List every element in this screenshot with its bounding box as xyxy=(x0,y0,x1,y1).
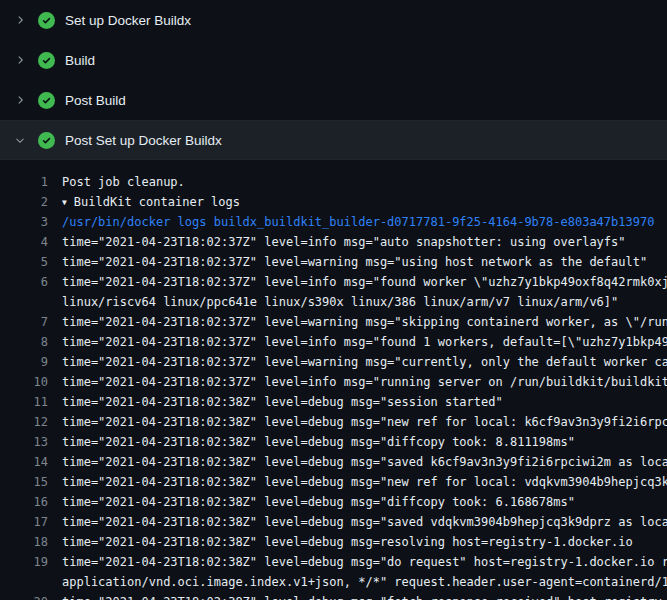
log-line-text: time="2021-04-23T18:02:38Z" level=debug … xyxy=(48,532,667,552)
log-line-number[interactable]: 20 xyxy=(0,592,48,600)
step-label: Set up Docker Buildx xyxy=(65,13,191,28)
log-line-text: time="2021-04-23T18:02:37Z" level=warnin… xyxy=(48,252,667,272)
log-line-text: time="2021-04-23T18:02:38Z" level=debug … xyxy=(48,472,667,492)
log-line: 3 /usr/bin/docker logs buildx_buildkit_b… xyxy=(0,212,667,232)
log-line-number[interactable]: 18 xyxy=(0,532,48,552)
log-line-number[interactable]: 8 xyxy=(0,332,48,352)
log-line: 19 time="2021-04-23T18:02:38Z" level=deb… xyxy=(0,552,667,572)
step-label: Build xyxy=(65,53,95,68)
success-check-icon xyxy=(38,12,55,29)
log-line-text: /usr/bin/docker logs buildx_buildkit_bui… xyxy=(48,212,667,232)
log-line-text: time="2021-04-23T18:02:38Z" level=debug … xyxy=(48,512,667,532)
chevron-icon xyxy=(12,14,28,26)
log-line: 8 time="2021-04-23T18:02:37Z" level=info… xyxy=(0,332,667,352)
log-line-text: time="2021-04-23T18:02:38Z" level=debug … xyxy=(48,432,667,452)
log-line-number[interactable]: 9 xyxy=(0,352,48,372)
step-header-1[interactable]: Build xyxy=(0,40,667,80)
log-line-number[interactable]: 10 xyxy=(0,372,48,392)
chevron-icon xyxy=(12,134,28,146)
log-line-text: application/vnd.oci.image.index.v1+json,… xyxy=(48,572,667,592)
log-line-number[interactable]: 1 xyxy=(0,172,48,192)
chevron-icon xyxy=(12,54,28,66)
log-line-text: time="2021-04-23T18:02:37Z" level=warnin… xyxy=(48,352,667,372)
log-line: 6 time="2021-04-23T18:02:37Z" level=info… xyxy=(0,272,667,292)
log-area: 1 Post job cleanup. 2 ▼BuildKit containe… xyxy=(0,160,667,600)
step-label: Post Build xyxy=(65,93,126,108)
log-line-text: time="2021-04-23T18:02:38Z" level=debug … xyxy=(48,452,667,472)
log-line-number[interactable]: 16 xyxy=(0,492,48,512)
log-line-number[interactable]: 6 xyxy=(0,272,48,292)
group-toggle-icon[interactable]: ▼ xyxy=(62,193,67,212)
log-line-number[interactable]: 7 xyxy=(0,312,48,332)
log-line: 12 time="2021-04-23T18:02:38Z" level=deb… xyxy=(0,412,667,432)
success-check-icon xyxy=(38,92,55,109)
step-header-3[interactable]: Post Set up Docker Buildx xyxy=(0,120,667,160)
log-line-text: linux/riscv64 linux/ppc641e linux/s390x … xyxy=(48,292,667,312)
log-line: 7 time="2021-04-23T18:02:37Z" level=warn… xyxy=(0,312,667,332)
success-check-icon xyxy=(38,52,55,69)
log-line-text: Post job cleanup. xyxy=(48,172,667,192)
log-line-text: time="2021-04-23T18:02:38Z" level=debug … xyxy=(48,592,667,600)
log-line: 18 time="2021-04-23T18:02:38Z" level=deb… xyxy=(0,532,667,552)
log-line: 5 time="2021-04-23T18:02:37Z" level=warn… xyxy=(0,252,667,272)
log-line-number[interactable]: 5 xyxy=(0,252,48,272)
log-line-text: time="2021-04-23T18:02:37Z" level=warnin… xyxy=(48,312,667,332)
log-line: 10 time="2021-04-23T18:02:37Z" level=inf… xyxy=(0,372,667,392)
log-line-text: time="2021-04-23T18:02:37Z" level=info m… xyxy=(48,332,667,352)
log-line: 1 Post job cleanup. xyxy=(0,172,667,192)
log-line: 9 time="2021-04-23T18:02:37Z" level=warn… xyxy=(0,352,667,372)
log-line-number[interactable] xyxy=(0,292,48,312)
log-line-number[interactable]: 4 xyxy=(0,232,48,252)
chevron-icon xyxy=(12,94,28,106)
log-line-number[interactable]: 17 xyxy=(0,512,48,532)
log-line-text: ▼BuildKit container logs xyxy=(48,192,667,212)
step-header-0[interactable]: Set up Docker Buildx xyxy=(0,0,667,40)
log-line-text: time="2021-04-23T18:02:38Z" level=debug … xyxy=(48,412,667,432)
log-line: 16 time="2021-04-23T18:02:38Z" level=deb… xyxy=(0,492,667,512)
log-line: application/vnd.oci.image.index.v1+json,… xyxy=(0,572,667,592)
log-line-text: time="2021-04-23T18:02:37Z" level=info m… xyxy=(48,372,667,392)
log-line-number[interactable]: 11 xyxy=(0,392,48,412)
log-line: 20 time="2021-04-23T18:02:38Z" level=deb… xyxy=(0,592,667,600)
log-line-number[interactable]: 14 xyxy=(0,452,48,472)
log-line: 14 time="2021-04-23T18:02:38Z" level=deb… xyxy=(0,452,667,472)
group-title[interactable]: BuildKit container logs xyxy=(74,195,240,209)
log-line-number[interactable] xyxy=(0,572,48,592)
log-line: 15 time="2021-04-23T18:02:38Z" level=deb… xyxy=(0,472,667,492)
log-line: 13 time="2021-04-23T18:02:38Z" level=deb… xyxy=(0,432,667,452)
step-label: Post Set up Docker Buildx xyxy=(65,133,222,148)
log-line: 4 time="2021-04-23T18:02:37Z" level=info… xyxy=(0,232,667,252)
log-line-text: time="2021-04-23T18:02:37Z" level=info m… xyxy=(48,232,667,252)
log-line-number[interactable]: 3 xyxy=(0,212,48,232)
log-line-number[interactable]: 19 xyxy=(0,552,48,572)
log-line-text: time="2021-04-23T18:02:38Z" level=debug … xyxy=(48,552,667,572)
log-line-number[interactable]: 12 xyxy=(0,412,48,432)
steps-list: Set up Docker Buildx Build P xyxy=(0,0,667,160)
log-line: linux/riscv64 linux/ppc641e linux/s390x … xyxy=(0,292,667,312)
log-line-text: time="2021-04-23T18:02:38Z" level=debug … xyxy=(48,392,667,412)
log-line-text: time="2021-04-23T18:02:37Z" level=info m… xyxy=(48,272,667,292)
log-line: 17 time="2021-04-23T18:02:38Z" level=deb… xyxy=(0,512,667,532)
actions-log-viewer: Set up Docker Buildx Build P xyxy=(0,0,667,600)
log-line-number[interactable]: 2 xyxy=(0,192,48,212)
step-header-2[interactable]: Post Build xyxy=(0,80,667,120)
log-line-number[interactable]: 15 xyxy=(0,472,48,492)
log-line: 2 ▼BuildKit container logs xyxy=(0,192,667,212)
success-check-icon xyxy=(38,132,55,149)
log-line-text: time="2021-04-23T18:02:38Z" level=debug … xyxy=(48,492,667,512)
log-line-number[interactable]: 13 xyxy=(0,432,48,452)
log-line: 11 time="2021-04-23T18:02:38Z" level=deb… xyxy=(0,392,667,412)
